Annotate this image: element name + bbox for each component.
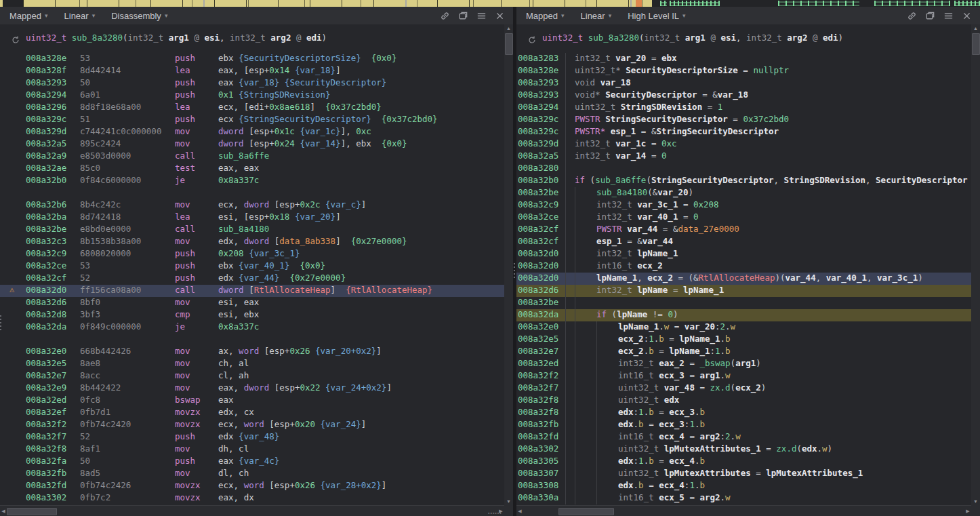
hlil-view[interactable]: uint32_t sub_8a3280(int32_t arg1 @ esi, …: [516, 24, 971, 506]
hlil-row[interactable]: 008a32f8uint32_t edx: [516, 395, 971, 407]
warning-icon[interactable]: ⚠: [9, 285, 14, 294]
scroll-left-button[interactable]: ◀: [516, 507, 523, 516]
refresh-icon[interactable]: [527, 35, 537, 47]
hlil-row[interactable]: 008a32c9int32_t var_3c_1 = 0x208: [516, 199, 971, 212]
view-linear-menu[interactable]: Linear▾: [64, 11, 96, 21]
refresh-icon[interactable]: [11, 35, 20, 47]
hlil-row[interactable]: 008a32e5ecx_2:1.b = lpName_1.b: [516, 334, 971, 346]
asm-row[interactable]: 008a32f752pushedx {var_48}: [0, 431, 504, 443]
scroll-right-button[interactable]: ▶: [964, 507, 971, 516]
asm-row[interactable]: 008a32c38b1538b38a00movedx, dword [data_…: [0, 236, 504, 248]
asm-row[interactable]: 008a32c96808020000push0x208 {var_3c_1}: [0, 248, 504, 260]
hlil-row[interactable]: 008a32d0int32_t lpName_1: [516, 248, 971, 260]
asm-row[interactable]: 008a329c51pushecx {StringSecurityDescrip…: [0, 114, 504, 126]
view-mapped-menu[interactable]: Mapped▾: [9, 11, 48, 21]
asm-row[interactable]: 008a32cf52pushedx {var_44} {0x27e0000}: [0, 273, 504, 285]
view-linear-menu[interactable]: Linear▾: [581, 11, 612, 21]
scroll-up-button[interactable]: ▲: [504, 24, 513, 33]
scrollbar-thumb[interactable]: [505, 33, 513, 55]
asm-row[interactable]: 008a328f8d442414leaeax, [esp+0x14 {var_1…: [0, 65, 504, 77]
hlil-row[interactable]: 008a3280: [516, 163, 971, 175]
hlil-row[interactable]: 008a32f8edx:1.b = ecx_3.b: [516, 407, 971, 419]
hlil-row[interactable]: 008a329cPWSTR* esp_1 = &StringSecurityDe…: [516, 126, 971, 138]
asm-row[interactable]: 008a32ed0fc8bswapeax: [0, 395, 504, 407]
hlil-row[interactable]: 008a32ceint32_t var_40_1 = 0: [516, 212, 971, 224]
split-pane-icon[interactable]: [458, 11, 468, 21]
vertical-scrollbar[interactable]: ▲ ▼: [504, 24, 513, 506]
pane-menu-icon[interactable]: [476, 11, 487, 21]
asm-row[interactable]: 008a33020fb7c2movzxeax, dx: [0, 492, 504, 504]
scroll-down-button[interactable]: ▼: [971, 498, 980, 506]
asm-row[interactable]: 008a32e58ae8movch, al: [0, 358, 504, 370]
hlil-row[interactable]: 008a32e0lpName_1.w = var_20:2.w: [516, 321, 971, 334]
asm-row[interactable]: 008a32e78accmovcl, ah: [0, 370, 504, 382]
asm-row[interactable]: 008a32d68bf0movesi, eax: [0, 297, 504, 309]
asm-row[interactable]: 008a32e0668b442426movax, word [esp+0x26 …: [0, 346, 504, 358]
hlil-row[interactable]: 008a328euint32_t* SecurityDescriptorSize…: [516, 65, 971, 77]
function-signature-row[interactable]: uint32_t sub_8a3280(int32_t arg1 @ esi, …: [516, 33, 971, 47]
scroll-down-button[interactable]: ▼: [504, 498, 513, 506]
hlil-row[interactable]: 008a32a5int32_t var_14 = 0: [516, 151, 971, 163]
pane-menu-icon[interactable]: [943, 11, 954, 21]
asm-row[interactable]: 008a32b68b4c242cmovecx, dword [esp+0x2c …: [0, 199, 504, 212]
close-pane-icon[interactable]: [962, 11, 972, 21]
asm-row[interactable]: ⚠008a32d0ff156ca08a00calldword [RtlAlloc…: [0, 285, 504, 297]
sync-link-icon[interactable]: [907, 11, 917, 21]
hlil-row[interactable]: 008a3294uint32_t StringSDRevision = 1: [516, 102, 971, 114]
hlil-row[interactable]: 008a32fbedx.b = ecx_3:1.b: [516, 419, 971, 431]
hlil-row[interactable]: 008a32be: [516, 297, 971, 309]
hlil-row[interactable]: 008a32besub_8a4180(&var_20): [516, 187, 971, 199]
sync-link-icon[interactable]: [440, 11, 450, 21]
horizontal-scrollbar[interactable]: ◀ ▶: [0, 505, 504, 516]
asm-row[interactable]: 008a329350pusheax {var_18} {SecurityDesc…: [0, 77, 504, 90]
hlil-row[interactable]: 008a32f7uint32_t var_48 = zx.d(ecx_2): [516, 382, 971, 395]
asm-row[interactable]: 008a32a9e8503d0000callsub_8a6ffe: [0, 151, 504, 163]
hlil-row[interactable]: 008a32edint32_t eax_2 = _bswap(arg1): [516, 358, 971, 370]
view-il-menu[interactable]: High Level IL▾: [628, 11, 685, 21]
asm-row[interactable]: 008a32ef0fb7d1movzxedx, cx: [0, 407, 504, 419]
pane-splitter-grip[interactable]: [514, 263, 515, 278]
asm-row[interactable]: 008a32e98b442422moveax, dword [esp+0x22 …: [0, 382, 504, 395]
hlil-row[interactable]: 008a32fdint16_t ecx_4 = arg2:2.w: [516, 431, 971, 443]
asm-row[interactable]: 008a32946a01push0x1 {StringSDRevision}: [0, 90, 504, 102]
hlil-row[interactable]: 008a32d6int32_t lpName = lpName_1: [516, 285, 971, 297]
asm-row[interactable]: 008a32d83bf3cmpesi, ebx: [0, 309, 504, 321]
asm-row[interactable]: 008a32b00f84c6000000je0x8a337c: [0, 175, 504, 187]
edge-splitter-grip[interactable]: [0, 315, 1, 330]
close-pane-icon[interactable]: [495, 11, 505, 21]
hlil-row[interactable]: 008a32cfPWSTR var_44 = &data_27e0000: [516, 224, 971, 236]
scrollbar-thumb[interactable]: [7, 508, 57, 515]
asm-row[interactable]: 008a32fd0fb74c2426movzxecx, word [esp+0x…: [0, 480, 504, 492]
asm-row[interactable]: 008a32968d8f18e68a00leaecx, [edi+0x8ae61…: [0, 102, 504, 114]
hlil-row[interactable]: 008a329cPWSTR StringSecurityDescriptor =…: [516, 114, 971, 126]
hlil-row[interactable]: 008a329dint32_t var_1c = 0xc: [516, 138, 971, 151]
hlil-row[interactable]: 008a3293void var_18: [516, 77, 971, 90]
hlil-row[interactable]: 008a3293void* SecurityDescriptor = &var_…: [516, 90, 971, 102]
split-pane-icon[interactable]: [925, 11, 935, 21]
asm-row[interactable]: 008a32a5895c2424movdword [esp+0x24 {var_…: [0, 138, 504, 151]
splitter-grip[interactable]: ••••••: [488, 512, 502, 515]
scrollbar-thumb[interactable]: [558, 508, 614, 515]
asm-row[interactable]: 008a32da0f849c000000je0x8a337c: [0, 321, 504, 334]
scrollbar-thumb[interactable]: [972, 33, 980, 55]
hlil-row[interactable]: 008a3307uint32_t lpMutexAttributes = lpM…: [516, 468, 971, 480]
hlil-row[interactable]: 008a32cfesp_1 = &var_44: [516, 236, 971, 248]
hlil-row[interactable]: 008a3302uint32_t lpMutexAttributes_1 = z…: [516, 443, 971, 456]
asm-row[interactable]: 008a32f88af1movdh, cl: [0, 443, 504, 456]
hlil-row[interactable]: 008a32e7ecx_2.b = lpName_1:1.b: [516, 346, 971, 358]
hlil-row[interactable]: 008a32b0if (sub_8a6ffe(StringSecurityDes…: [516, 175, 971, 187]
asm-row[interactable]: 008a329dc744241c0c000000movdword [esp+0x…: [0, 126, 504, 138]
function-signature-row[interactable]: uint32_t sub_8a3280(int32_t arg1 @ esi, …: [0, 33, 504, 47]
asm-row[interactable]: 008a32ae85c0testeax, eax: [0, 163, 504, 175]
hlil-row[interactable]: 008a3305edx:1.b = ecx_4.b: [516, 456, 971, 468]
hlil-row[interactable]: 008a32f2int16_t ecx_3 = arg1.w: [516, 370, 971, 382]
hlil-row[interactable]: 008a330aint16_t ecx_5 = arg2.w: [516, 492, 971, 504]
asm-row[interactable]: 008a32ba8d742418leaesi, [esp+0x18 {var_2…: [0, 212, 504, 224]
view-mapped-menu[interactable]: Mapped▾: [526, 11, 565, 21]
hlil-row[interactable]: 008a32d0int16_t ecx_2: [516, 260, 971, 273]
scroll-left-button[interactable]: ◀: [0, 507, 7, 516]
asm-row[interactable]: 008a32bee8bd0e0000callsub_8a4180: [0, 224, 504, 236]
hlil-row[interactable]: 008a3308edx.b = ecx_4:1.b: [516, 480, 971, 492]
hlil-row[interactable]: 008a3283int32_t var_20 = ebx: [516, 53, 971, 65]
asm-row[interactable]: 008a32fa50pusheax {var_4c}: [0, 456, 504, 468]
